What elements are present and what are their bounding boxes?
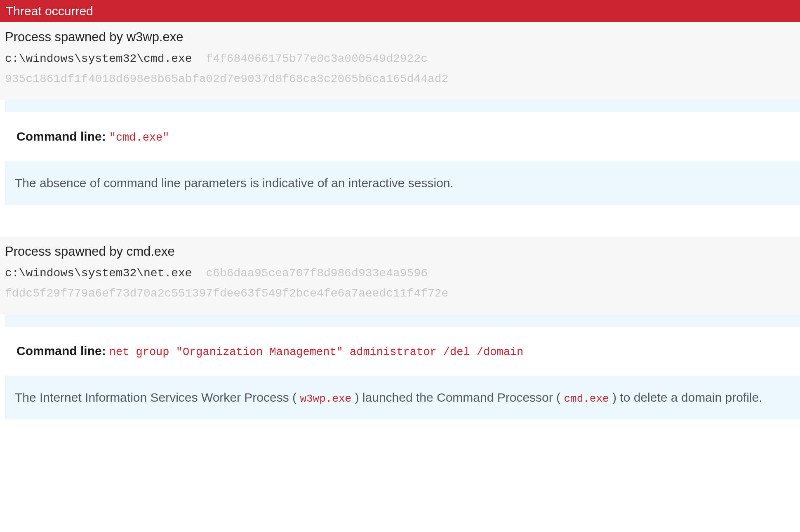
process-path-line: c:\windows\system32\net.exe c6b6daa95cea…	[5, 263, 795, 283]
description-code: cmd.exe	[564, 393, 609, 405]
process-block: Process spawned by w3wp.exec:\windows\sy…	[0, 22, 800, 205]
process-title: Process spawned by cmd.exe	[5, 244, 795, 259]
spacer	[5, 314, 800, 327]
command-line-label: Command line:	[16, 344, 106, 358]
command-line-card: Command line:net group "Organization Man…	[5, 327, 800, 376]
description-text: ) launched the Command Processor (	[351, 391, 564, 404]
description-text: ) to delete a domain profile.	[609, 391, 762, 404]
process-hash-sha256: 935c1861df1f4018d698e8b65abfa02d7e9037d8…	[5, 69, 795, 89]
process-path: c:\windows\system32\cmd.exe	[5, 52, 192, 65]
process-hash-sha256: fddc5f29f779a6ef73d70a2c551397fdee63f549…	[5, 283, 795, 304]
threat-banner: Threat occurred	[0, 0, 800, 22]
command-line-label: Command line:	[16, 129, 106, 143]
spacer	[5, 100, 800, 112]
description-text: The Internet Information Services Worker…	[15, 391, 300, 404]
description-card: The absence of command line parameters i…	[5, 161, 800, 205]
processes-container: Process spawned by w3wp.exec:\windows\sy…	[0, 22, 800, 419]
process-hash-md5: f4f684066175b77e0c3a000549d2922c	[206, 52, 428, 65]
command-line-card: Command line:"cmd.exe"	[5, 112, 800, 161]
threat-banner-title: Threat occurred	[6, 4, 93, 18]
process-title: Process spawned by w3wp.exe	[5, 30, 795, 45]
command-line-value: "cmd.exe"	[109, 132, 169, 144]
process-path: c:\windows\system32\net.exe	[5, 267, 192, 280]
process-path-line: c:\windows\system32\cmd.exe f4f684066175…	[5, 49, 795, 69]
process-block: Process spawned by cmd.exec:\windows\sys…	[0, 237, 800, 420]
process-header: Process spawned by w3wp.exec:\windows\sy…	[0, 22, 800, 100]
process-hash-md5: c6b6daa95cea707f8d986d933e4a9596	[206, 267, 428, 280]
command-line-value: net group "Organization Management" admi…	[109, 346, 524, 358]
description-text: The absence of command line parameters i…	[15, 176, 454, 190]
process-header: Process spawned by cmd.exec:\windows\sys…	[0, 237, 800, 314]
description-card: The Internet Information Services Worker…	[5, 376, 800, 420]
description-code: w3wp.exe	[300, 393, 351, 405]
